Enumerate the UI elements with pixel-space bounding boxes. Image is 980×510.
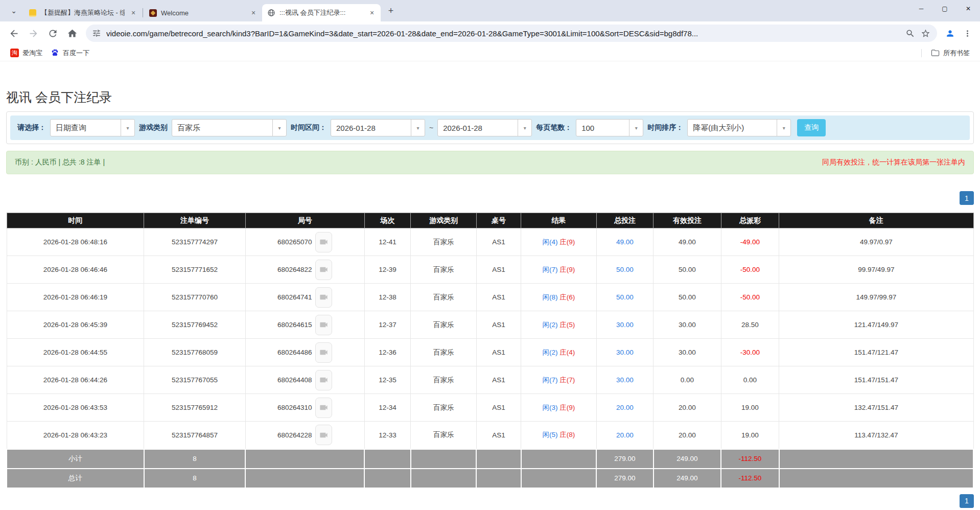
col-time: 时间	[7, 213, 144, 228]
browser-menu-button[interactable]	[960, 26, 975, 41]
cell-total-bet: 50.00	[596, 284, 654, 311]
summary-payout: -112.50	[721, 469, 779, 488]
cell-result: 闲(7) 庄(7)	[521, 366, 597, 394]
cell-time: 2026-01-28 06:44:26	[7, 366, 144, 394]
home-button[interactable]	[63, 25, 81, 42]
video-replay-button[interactable]	[315, 425, 332, 445]
round-number: 680264741	[277, 293, 312, 301]
minimize-button[interactable]: ─	[909, 0, 933, 17]
cell-total-bet: 30.00	[596, 339, 654, 366]
cell-time: 2026-01-28 06:48:16	[7, 228, 144, 256]
table-row: 2026-01-28 06:45:39 523157769452 6802646…	[7, 311, 973, 339]
new-tab-button[interactable]: +	[384, 4, 398, 18]
video-replay-button[interactable]	[315, 232, 332, 252]
video-icon	[319, 403, 329, 412]
col-round: 局号	[245, 213, 364, 228]
total-bet-link[interactable]: 50.00	[616, 293, 634, 301]
cell-session: 12-41	[364, 228, 411, 256]
tab-title: :::视讯 会员下注纪录:::	[279, 8, 363, 17]
total-bet-link[interactable]: 30.00	[616, 376, 634, 384]
game-type-select[interactable]: 百家乐 ▾	[172, 119, 287, 136]
welcome-favicon-icon	[149, 9, 157, 17]
bookmark-taobao[interactable]: 淘 爱淘宝	[6, 47, 46, 59]
all-bookmarks-label: 所有书签	[943, 49, 970, 58]
result-banker: 庄(9)	[559, 266, 575, 273]
bookmarks-bar: 淘 爱淘宝 百度一下 所有书签	[0, 45, 980, 61]
video-replay-button[interactable]	[315, 370, 332, 390]
total-bet-link[interactable]: 20.00	[616, 404, 634, 411]
tab-bet-records-active[interactable]: :::视讯 会员下注纪录::: ×	[262, 4, 381, 21]
tab-search-button[interactable]: ⌄	[6, 3, 21, 18]
tab-close-icon[interactable]: ×	[249, 8, 258, 17]
cell-table: AS1	[476, 228, 521, 256]
select-type-label: 请选择：	[17, 123, 46, 132]
cell-table: AS1	[476, 256, 521, 284]
profile-avatar-button[interactable]	[942, 26, 958, 41]
cell-bet-id: 523157774297	[144, 228, 246, 256]
address-bar[interactable]: videoie.com/game/betrecord_search/kind3?…	[86, 25, 937, 42]
cell-bet-id: 523157770760	[144, 284, 246, 311]
date-start-select[interactable]: 2026-01-28 ▾	[331, 119, 425, 136]
cell-time: 2026-01-28 06:45:39	[7, 311, 144, 339]
bookmark-star-button[interactable]	[918, 26, 933, 41]
cell-total-bet: 20.00	[596, 394, 654, 422]
sort-label: 时间排序：	[647, 123, 683, 132]
video-replay-button[interactable]	[315, 342, 332, 363]
total-bet-link[interactable]: 49.00	[616, 238, 634, 246]
site-settings-icon[interactable]	[92, 29, 101, 38]
video-icon	[319, 320, 329, 330]
tab-close-icon[interactable]: ×	[367, 8, 377, 17]
result-player: 闲(5)	[542, 431, 557, 438]
pagination-page-1-top[interactable]: 1	[960, 191, 974, 205]
cell-remark: 132.47/151.47	[779, 394, 973, 422]
tab-forum[interactable]: 【新提醒】海燕策略论坛 - 综合 ×	[24, 4, 142, 21]
summary-count: 8	[144, 449, 246, 469]
pagination-page-1-bottom[interactable]: 1	[960, 494, 974, 508]
cell-game-type: 百家乐	[411, 228, 477, 256]
query-type-select[interactable]: 日期查询 ▾	[50, 119, 135, 136]
date-end-select[interactable]: 2026-01-28 ▾	[437, 119, 532, 136]
star-icon	[921, 29, 930, 38]
chevron-down-icon: ▾	[518, 120, 531, 136]
bookmarks-divider	[921, 49, 922, 57]
total-bet-link[interactable]: 20.00	[616, 431, 634, 439]
url-text[interactable]: videoie.com/game/betrecord_search/kind3?…	[106, 29, 902, 38]
search-button[interactable]: 查询	[797, 119, 826, 136]
total-bet-link[interactable]: 30.00	[616, 349, 634, 356]
chevron-down-icon: ▾	[777, 120, 790, 136]
back-button[interactable]	[5, 25, 22, 42]
cell-game-type: 百家乐	[411, 311, 477, 339]
video-replay-button[interactable]	[315, 315, 332, 335]
video-replay-button[interactable]	[315, 260, 332, 280]
cell-session: 12-33	[364, 422, 411, 449]
video-replay-button[interactable]	[315, 398, 332, 418]
cell-valid-bet: 30.00	[654, 311, 721, 339]
cell-session: 12-35	[364, 366, 411, 394]
summary-total-bet: 279.00	[596, 469, 654, 488]
cell-remark: 49.97/0.97	[779, 228, 973, 256]
maximize-button[interactable]: ▢	[933, 0, 956, 17]
bookmark-baidu[interactable]: 百度一下	[46, 47, 94, 59]
refresh-button[interactable]	[44, 25, 61, 42]
round-number: 680264408	[277, 376, 312, 384]
page-size-select[interactable]: 100 ▾	[576, 119, 643, 136]
cell-round: 680264615	[245, 311, 364, 339]
video-replay-button[interactable]	[315, 287, 332, 308]
cell-table: AS1	[476, 311, 521, 339]
all-bookmarks-button[interactable]: 所有书签	[927, 47, 974, 59]
col-valid-bet: 有效投注	[654, 213, 721, 228]
cell-game-type: 百家乐	[411, 394, 477, 422]
close-window-button[interactable]: ✕	[956, 0, 980, 17]
forward-button[interactable]	[25, 25, 42, 42]
tab-welcome[interactable]: Welcome ×	[144, 4, 262, 21]
total-bet-link[interactable]: 30.00	[616, 321, 634, 329]
video-icon	[319, 292, 329, 302]
summary-valid-bet: 249.00	[654, 469, 721, 488]
zoom-page-button[interactable]	[902, 26, 918, 41]
tab-close-icon[interactable]: ×	[129, 8, 138, 17]
chevron-down-icon: ▾	[121, 120, 134, 136]
cell-round: 680264408	[245, 366, 364, 394]
total-bet-link[interactable]: 50.00	[616, 266, 634, 273]
sort-select[interactable]: 降幂(由大到小) ▾	[687, 119, 791, 136]
cell-bet-id: 523157771652	[144, 256, 246, 284]
